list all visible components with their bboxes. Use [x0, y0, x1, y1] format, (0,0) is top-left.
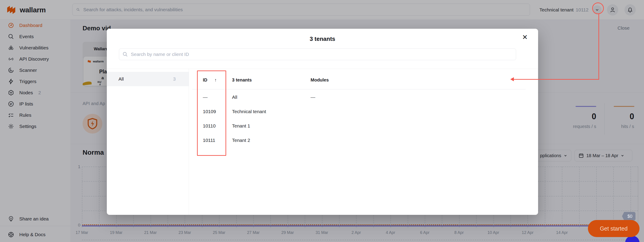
get-started-button[interactable]: Get started: [588, 220, 640, 237]
column-header-name[interactable]: 3 tenants: [232, 78, 252, 82]
annotation-tenant-dropdown-circle: [592, 2, 604, 14]
column-header-modules[interactable]: Modules: [310, 78, 329, 82]
price-badge: $0: [622, 212, 636, 220]
search-icon: [123, 52, 128, 57]
cell-name: Tenant 2: [232, 138, 250, 143]
app-root: wallarm Technical tenant 10112 Dashboard: [0, 0, 644, 242]
annotation-id-column-box: [197, 70, 226, 156]
tenant-group-count: 3: [173, 76, 176, 82]
cell-name: Tenant 1: [232, 123, 250, 129]
tenants-modal: 3 tenants ✕ All 3 ID ↑ 3 tenants Modules…: [107, 29, 538, 215]
cell-name: Technical tenant: [232, 109, 266, 114]
modal-title: 3 tenants: [107, 36, 538, 42]
tenant-search[interactable]: [119, 48, 516, 60]
tenant-search-input[interactable]: [130, 52, 512, 57]
cell-modules: —: [310, 94, 315, 100]
tenant-group-all[interactable]: All 3: [107, 72, 189, 86]
modal-header-divider: [107, 69, 538, 69]
annotation-arrowhead: [510, 77, 514, 81]
cell-name: All: [232, 94, 237, 100]
modal-panel-divider: [189, 69, 189, 215]
modal-close-button[interactable]: ✕: [521, 34, 529, 41]
annotation-connector-vertical: [598, 14, 599, 79]
tenant-group-label: All: [118, 76, 124, 82]
annotation-connector-horizontal: [514, 79, 599, 80]
table-header-divider: [192, 89, 526, 89]
